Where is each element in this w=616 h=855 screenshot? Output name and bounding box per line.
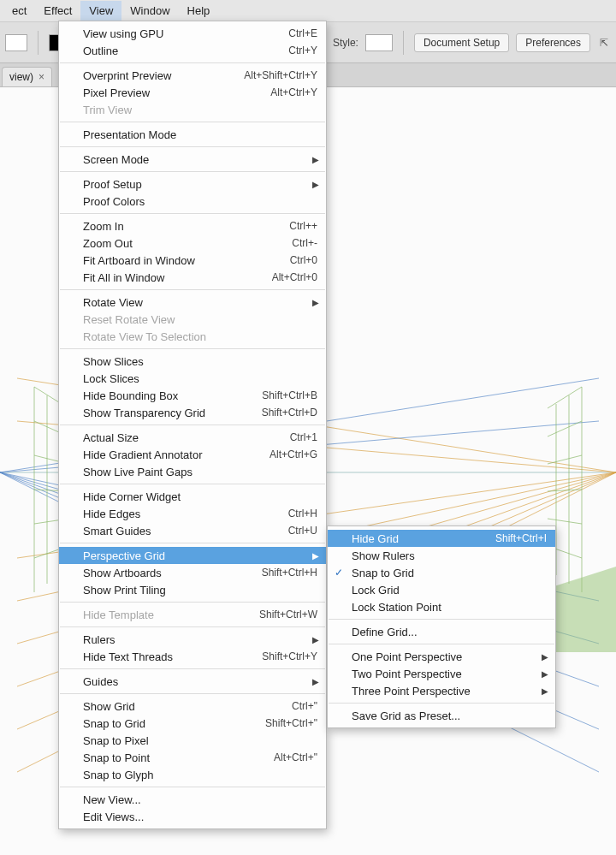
view-menu-item-snap-to-grid[interactable]: Snap to GridShift+Ctrl+" [59,715,326,732]
menu-divider [60,62,325,63]
chevron-right-icon: ▶ [312,180,319,189]
fill-swatch[interactable] [5,34,27,51]
menu-item-shortcut: Ctrl+" [292,700,317,712]
view-menu-item-screen-mode[interactable]: Screen Mode▶ [59,151,326,168]
document-setup-button[interactable]: Document Setup [414,33,509,52]
view-menu-item-zoom-in[interactable]: Zoom InCtrl++ [59,217,326,235]
menu-item-shortcut: Ctrl+1 [290,431,317,443]
view-menu-item-outline[interactable]: OutlineCtrl+Y [59,42,326,59]
view-menu-item-hide-bounding-box[interactable]: Hide Bounding BoxShift+Ctrl+B [59,387,326,404]
view-menu-item-snap-to-point[interactable]: Snap to PointAlt+Ctrl+" [59,749,326,766]
view-menu-item-rotate-view[interactable]: Rotate View▶ [59,294,326,311]
view-menu-item-show-live-paint-gaps[interactable]: Show Live Paint Gaps [59,463,326,480]
menu-divider [60,171,325,172]
menu-divider [60,348,325,349]
pgrid-menu-item-lock-station-point[interactable]: Lock Station Point [328,598,555,615]
menu-item-label: Save Grid as Preset... [352,710,547,722]
view-menu-item-zoom-out[interactable]: Zoom OutCtrl+- [59,235,326,252]
menu-item-shortcut: Alt+Shift+Ctrl+Y [244,69,317,81]
menu-item-label: Hide Corner Widget [83,490,317,503]
view-menu-item-fit-artboard-in-window[interactable]: Fit Artboard in WindowCtrl+0 [59,252,326,269]
menu-item-label: Reset Rotate View [83,313,317,326]
view-menu-item-actual-size[interactable]: Actual SizeCtrl+1 [59,429,326,446]
svg-line-32 [548,519,582,524]
menu-item-shortcut: Shift+Ctrl+I [495,532,547,544]
chevron-right-icon: ▶ [542,686,548,696]
menu-item-window[interactable]: Window [121,1,178,21]
pgrid-menu-item-save-grid-as-preset[interactable]: Save Grid as Preset... [328,707,555,724]
pgrid-menu-item-define-grid[interactable]: Define Grid... [328,623,555,640]
pgrid-menu-item-one-point-perspective[interactable]: One Point Perspective▶ [328,648,555,665]
chevron-right-icon: ▶ [542,669,548,679]
view-menu-item-hide-corner-widget[interactable]: Hide Corner Widget [59,488,326,505]
menu-item-help[interactable]: Help [179,1,219,21]
tab-label: view) [9,71,33,83]
menu-item-label: Proof Setup [83,178,317,191]
menu-item-label: Overprint Preview [83,69,244,82]
menu-item-label: Zoom Out [83,237,292,250]
view-menu-item-presentation-mode[interactable]: Presentation Mode [59,126,326,143]
pgrid-menu-item-hide-grid[interactable]: Hide GridShift+Ctrl+I [328,530,555,547]
view-menu-item-rotate-view-to-selection: Rotate View To Selection [59,328,326,345]
pgrid-menu-item-three-point-perspective[interactable]: Three Point Perspective▶ [328,682,555,699]
view-menu-item-lock-slices[interactable]: Lock Slices [59,370,326,387]
menu-item-label: Show Live Paint Gaps [83,466,317,478]
view-menu-item-hide-edges[interactable]: Hide EdgesCtrl+H [59,505,326,522]
view-menu-item-show-artboards[interactable]: Show ArtboardsShift+Ctrl+H [59,564,326,581]
view-menu-item-hide-gradient-annotator[interactable]: Hide Gradient AnnotatorAlt+Ctrl+G [59,446,326,463]
menu-item-label: View using GPU [83,27,288,40]
view-menu-item-pixel-preview[interactable]: Pixel PreviewAlt+Ctrl+Y [59,84,326,101]
pin-icon[interactable]: ⇱ [597,36,611,50]
chevron-right-icon: ▶ [312,677,319,686]
pgrid-menu-item-lock-grid[interactable]: Lock Grid [328,581,555,598]
pgrid-menu-item-two-point-perspective[interactable]: Two Point Perspective▶ [328,665,555,682]
svg-line-28 [548,387,582,408]
menu-item-shortcut: Shift+Ctrl+W [259,609,317,620]
menu-item-label: Snap to Point [83,751,274,764]
pgrid-menu-item-snap-to-grid[interactable]: ✓Snap to Grid [328,564,555,581]
document-tab[interactable]: view) × [2,67,52,86]
close-icon[interactable]: × [38,71,44,83]
menu-item-label: Zoom In [83,220,289,233]
menu-item-label: Lock Slices [83,372,317,385]
menu-item-label: Smart Guides [83,525,288,537]
menu-item-label: Rotate View [83,296,317,309]
view-menu-item-show-slices[interactable]: Show Slices [59,353,326,370]
view-menu-item-rulers[interactable]: Rulers▶ [59,631,326,648]
chevron-right-icon: ▶ [312,298,319,307]
menu-item-select-truncated[interactable]: ect [3,1,35,21]
view-menu-item-overprint-preview[interactable]: Overprint PreviewAlt+Shift+Ctrl+Y [59,67,326,84]
view-menu-item-fit-all-in-window[interactable]: Fit All in WindowAlt+Ctrl+0 [59,269,326,286]
pgrid-menu-item-show-rulers[interactable]: Show Rulers [328,547,555,564]
menu-item-label: Rotate View To Selection [83,330,317,343]
menu-item-shortcut: Alt+Ctrl+G [270,448,317,460]
view-menu-item-edit-views[interactable]: Edit Views... [59,808,326,825]
menu-item-view[interactable]: View [80,1,121,21]
view-menu-item-proof-setup[interactable]: Proof Setup▶ [59,175,326,193]
preferences-button[interactable]: Preferences [516,33,590,52]
menu-item-label: Lock Station Point [352,601,547,614]
view-menu-item-new-view[interactable]: New View... [59,791,326,808]
view-menu-item-show-print-tiling[interactable]: Show Print Tiling [59,581,326,598]
view-menu-item-proof-colors[interactable]: Proof Colors [59,193,326,210]
menu-item-shortcut: Ctrl+Y [288,45,317,56]
menu-item-label: Perspective Grid [83,549,317,562]
view-menu-item-show-grid[interactable]: Show GridCtrl+" [59,698,326,715]
view-menu-item-show-transparency-grid[interactable]: Show Transparency GridShift+Ctrl+D [59,404,326,421]
menu-item-label: Hide Edges [83,508,288,520]
view-menu-item-snap-to-pixel[interactable]: Snap to Pixel [59,732,326,749]
chevron-right-icon: ▶ [312,551,319,561]
style-swatch[interactable] [365,34,393,51]
chevron-right-icon: ▶ [542,652,548,662]
view-menu-item-smart-guides[interactable]: Smart GuidesCtrl+U [59,522,326,539]
view-menu-item-view-using-gpu[interactable]: View using GPUCtrl+E [59,25,326,42]
view-menu-item-hide-text-threads[interactable]: Hide Text ThreadsShift+Ctrl+Y [59,648,326,665]
menu-item-label: Define Grid... [352,626,547,638]
menu-item-shortcut: Shift+Ctrl+B [262,389,317,401]
view-menu-item-perspective-grid[interactable]: Perspective Grid▶ [59,547,326,564]
view-menu-item-guides[interactable]: Guides▶ [59,673,326,690]
menu-item-effect[interactable]: Effect [35,1,80,21]
toolbar-separator [403,31,404,55]
menu-item-label: One Point Perspective [352,650,547,663]
view-menu-item-snap-to-glyph[interactable]: Snap to Glyph [59,766,326,783]
